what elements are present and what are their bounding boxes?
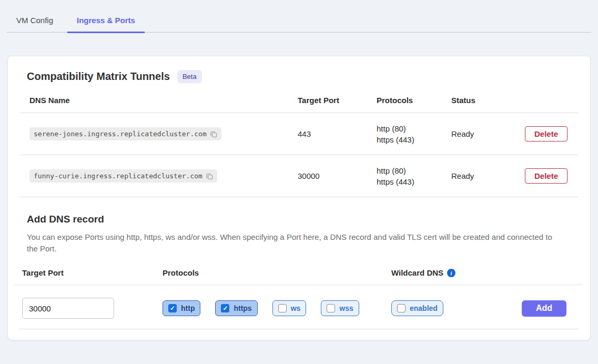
- tunnels-table: DNS Name Target Port Protocols Status se…: [19, 96, 579, 197]
- tab-bar: VM Config Ingress & Ports: [7, 0, 591, 33]
- section-title: Add DNS record: [27, 214, 571, 225]
- protocol-options: http https ws wss: [163, 300, 391, 316]
- dns-name-pill: serene-jones.ingress.replicatedcluster.c…: [29, 127, 221, 140]
- checkbox-icon: [397, 304, 406, 312]
- protocol-checkbox-wss[interactable]: wss: [321, 300, 359, 316]
- page-title: Compatibility Matrix Tunnels: [27, 70, 170, 83]
- beta-badge: Beta: [177, 70, 202, 83]
- add-dns-record-section: Add DNS record You can expose Ports usin…: [19, 214, 579, 255]
- dns-name-text: funny-curie.ingress.replicatedcluster.co…: [34, 172, 202, 180]
- add-form-labels: Target Port Protocols Wildcard DNS i: [19, 268, 579, 277]
- wildcard-dns-label: Wildcard DNS i: [391, 268, 518, 277]
- wildcard-enabled-checkbox[interactable]: enabled: [391, 300, 443, 316]
- target-port-value: 443: [288, 129, 367, 138]
- card-bottom-divider: [19, 329, 579, 329]
- delete-button[interactable]: Delete: [525, 126, 567, 141]
- protocol-checkbox-https[interactable]: https: [215, 300, 257, 316]
- card-header: Compatibility Matrix Tunnels Beta: [19, 70, 579, 83]
- status-value: Ready: [441, 129, 515, 138]
- protocol-checkbox-ws[interactable]: ws: [272, 300, 307, 316]
- col-header-actions: [515, 100, 579, 108]
- checkbox-icon: [327, 304, 335, 312]
- status-value: Ready: [441, 171, 515, 180]
- tunnels-card: Compatibility Matrix Tunnels Beta DNS Na…: [7, 56, 591, 340]
- info-icon[interactable]: i: [447, 269, 455, 277]
- col-header-status: Status: [441, 96, 515, 113]
- copy-icon[interactable]: [206, 173, 213, 180]
- table-row: funny-curie.ingress.replicatedcluster.co…: [19, 155, 579, 197]
- target-port-value: 30000: [288, 171, 367, 180]
- checkbox-icon: [278, 304, 287, 312]
- tab-vm-config[interactable]: VM Config: [7, 9, 63, 33]
- protocol-line: https (443): [377, 134, 441, 145]
- table-header-row: DNS Name Target Port Protocols Status: [19, 96, 579, 113]
- protocol-line: https (443): [377, 176, 441, 187]
- add-form-controls: http https ws wss enabled Add: [19, 298, 579, 319]
- target-port-label: Target Port: [22, 268, 163, 277]
- section-description: You can expose Ports using http, https, …: [27, 231, 561, 255]
- delete-button[interactable]: Delete: [525, 168, 567, 184]
- add-button[interactable]: Add: [522, 300, 566, 317]
- form-divider: [15, 285, 583, 285]
- dns-name-pill: funny-curie.ingress.replicatedcluster.co…: [29, 169, 217, 183]
- protocols-label: Protocols: [163, 268, 391, 277]
- tab-ingress-ports[interactable]: Ingress & Ports: [67, 9, 145, 33]
- col-header-protocols: Protocols: [367, 96, 441, 113]
- target-port-input[interactable]: [22, 298, 114, 319]
- checkbox-icon: [221, 304, 229, 312]
- col-header-dns-name: DNS Name: [19, 96, 288, 113]
- protocol-line: http (80): [377, 165, 441, 176]
- table-row: serene-jones.ingress.replicatedcluster.c…: [19, 113, 579, 155]
- dns-name-text: serene-jones.ingress.replicatedcluster.c…: [34, 130, 207, 138]
- protocol-line: http (80): [377, 123, 441, 134]
- checkbox-icon: [168, 304, 177, 312]
- protocol-checkbox-http[interactable]: http: [163, 300, 200, 316]
- copy-icon[interactable]: [210, 130, 217, 138]
- col-header-target-port: Target Port: [288, 96, 367, 113]
